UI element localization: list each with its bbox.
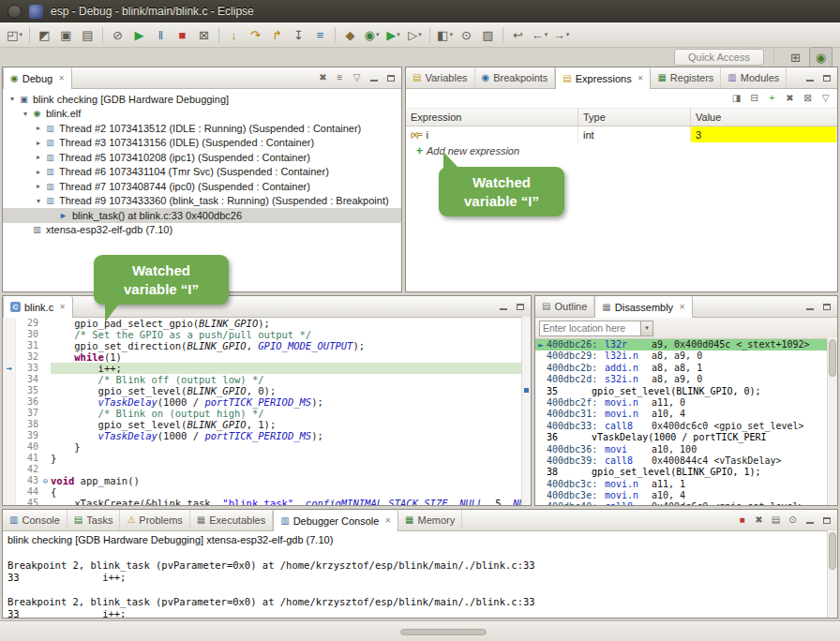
console-output[interactable]: Breakpoint 2, blink_task (pvParameter=0x… [3, 547, 837, 619]
close-icon[interactable]: ✕ [384, 516, 391, 525]
tab-executables[interactable]: ▦Executables [190, 510, 273, 530]
print-button[interactable]: ▤ [77, 25, 98, 45]
line-number[interactable]: 42 [16, 464, 40, 475]
build-button[interactable]: ◆ [339, 25, 361, 45]
line-number[interactable]: 32 [16, 351, 40, 363]
tab-registers[interactable]: ▦Registers [651, 67, 721, 88]
clear-console-button[interactable]: ▤ [768, 513, 784, 529]
debug-tree-item[interactable]: ▸▥Thread #7 1073408744 (ipc0) (Suspended… [3, 179, 401, 194]
maximize-button[interactable] [382, 70, 398, 86]
close-icon[interactable]: ✕ [638, 74, 644, 82]
expanded-arrow-icon[interactable]: ▾ [33, 197, 44, 205]
minimize-button[interactable] [802, 299, 818, 315]
save-all-button[interactable]: ▣ [55, 25, 77, 45]
terminate-button[interactable]: ■ [172, 25, 193, 45]
step-over-button[interactable]: ↷ [245, 25, 266, 45]
disconnect-button[interactable]: ⊠ [193, 25, 215, 45]
remove-expression-button[interactable]: ✖ [782, 91, 798, 107]
view-menu-button[interactable]: ▽ [818, 91, 833, 107]
disassembly-listing[interactable]: ►400dbc26:l32ra9, 0x400d045c <_stext+109… [535, 339, 837, 506]
line-number[interactable]: 33 [16, 363, 40, 374]
tab-problems[interactable]: ⚠Problems [120, 510, 189, 530]
combo-dropdown-icon[interactable]: ▾ [640, 321, 652, 335]
tab-memory[interactable]: ▦Memory [398, 510, 462, 530]
line-number[interactable]: 34 [16, 374, 40, 385]
show-type-names-button[interactable]: ◨ [728, 91, 744, 107]
scrollbar-thumb[interactable] [829, 532, 836, 570]
tab-tasks[interactable]: ▤Tasks [68, 510, 121, 530]
add-new-expression-row[interactable]: +Add new expression [406, 142, 837, 158]
collapsed-arrow-icon[interactable]: ▸ [33, 153, 44, 161]
maximize-button[interactable] [818, 70, 834, 86]
pin-console-button[interactable]: ⊙ [785, 513, 801, 529]
close-icon[interactable]: ✕ [58, 74, 65, 82]
step-into-button[interactable]: ↓ [223, 25, 245, 45]
remove-all-expressions-button[interactable]: ⊠ [800, 91, 816, 107]
location-combo[interactable]: ▾ [539, 320, 653, 336]
suspend-button[interactable]: ‖ [150, 25, 172, 45]
tab-expressions[interactable]: ▤Expressions✕ [555, 67, 651, 89]
mark-occurrences-button[interactable]: ▨ [477, 25, 499, 45]
instruction-stepping-button[interactable]: ≡ [309, 25, 331, 45]
tab-debug[interactable]: ◉Debug✕ [3, 67, 72, 89]
line-number[interactable]: 35 [16, 385, 40, 396]
status-scrollbar-grip[interactable] [400, 629, 487, 635]
minimize-button[interactable] [366, 70, 382, 86]
line-number[interactable]: 45 [16, 498, 40, 506]
expanded-arrow-icon[interactable]: ▾ [20, 110, 31, 118]
line-number[interactable]: 44 [16, 486, 40, 498]
tab-breakpoints[interactable]: ◉Breakpoints [475, 67, 556, 88]
collapsed-arrow-icon[interactable]: ▸ [33, 139, 44, 147]
new-wizard-button[interactable]: ◰▾ [4, 25, 25, 45]
quick-access-button[interactable]: Quick Access [674, 49, 764, 66]
line-number[interactable]: 30 [16, 329, 40, 340]
save-button[interactable]: ◩ [34, 25, 55, 45]
collapse-all-button[interactable]: ⊟ [746, 91, 762, 107]
expression-row[interactable]: (x)=iint3 [406, 127, 837, 142]
forward-button[interactable]: →▾ [550, 25, 572, 45]
line-number[interactable]: 39 [16, 430, 40, 441]
line-number[interactable]: 41 [16, 453, 40, 464]
column-header-expression[interactable]: Expression [406, 109, 578, 126]
tab-modules[interactable]: ▥Modules [721, 67, 787, 88]
location-input[interactable] [540, 321, 640, 335]
debug-tree-item[interactable]: ▸▥Thread #5 1073410208 (ipc1) (Suspended… [3, 150, 401, 165]
line-number[interactable]: 29 [16, 318, 40, 329]
external-tools-button[interactable]: ▷▾ [404, 25, 426, 45]
step-return-button[interactable]: ↱ [266, 25, 288, 45]
maximize-button[interactable] [512, 299, 528, 315]
new-cpp-button[interactable]: ◧▾ [434, 25, 456, 45]
close-icon[interactable]: ✕ [59, 303, 66, 311]
tab-outline[interactable]: ▤Outline [535, 296, 594, 317]
remove-launch-button[interactable]: ✖ [751, 513, 767, 529]
last-edit-location-button[interactable]: ↩ [507, 25, 529, 45]
minimize-button[interactable] [802, 70, 818, 86]
debug-perspective-button[interactable]: ◉ [809, 47, 832, 68]
debug-tree-item[interactable]: ▸▥Thread #6 1073431104 (Tmr Svc) (Suspen… [3, 165, 401, 180]
line-number[interactable]: 43 [16, 475, 40, 486]
debug-tree-item[interactable]: ▸▥Thread #3 1073413156 (IDLE) (Suspended… [3, 136, 401, 151]
instruction-stepping-mode-button[interactable]: ≡ [332, 70, 348, 86]
skip-all-breakpoints-button[interactable]: ⊘ [107, 25, 128, 45]
line-number[interactable]: 36 [16, 396, 40, 408]
line-number[interactable]: 38 [16, 419, 40, 430]
column-header-value[interactable]: Value [691, 109, 837, 126]
scrollbar-thumb[interactable] [829, 339, 836, 377]
minimize-button[interactable] [495, 299, 511, 315]
debug-tree-item[interactable]: ▾▥Thread #9 1073433360 (blink_task : Run… [3, 194, 401, 209]
collapsed-arrow-icon[interactable]: ▸ [33, 182, 44, 190]
debug-tree-item[interactable]: ▾◉blink.elf [3, 107, 401, 122]
debug-tree-item[interactable]: ▾▣blink checking [GDB Hardware Debugging… [3, 92, 401, 107]
expanded-arrow-icon[interactable]: ▾ [7, 95, 18, 103]
terminate-console-button[interactable]: ■ [734, 513, 750, 529]
remove-all-terminated-button[interactable]: ✖ [315, 70, 331, 86]
window-close-button[interactable] [8, 5, 22, 19]
overview-ruler[interactable] [521, 317, 531, 505]
debug-tree-item[interactable]: ▸▥Thread #2 1073413512 (IDLE : Running) … [3, 121, 401, 136]
debug-button[interactable]: ◉▾ [361, 25, 382, 45]
maximize-button[interactable] [818, 299, 834, 315]
debug-tree-item[interactable]: ▥xtensa-esp32-elf-gdb (7.10) [3, 223, 401, 238]
tab-blink-c[interactable]: Cblink.c✕ [3, 296, 73, 318]
minimize-button[interactable] [802, 513, 818, 529]
tab-debugger-console[interactable]: ▥Debugger Console✕ [273, 510, 398, 531]
